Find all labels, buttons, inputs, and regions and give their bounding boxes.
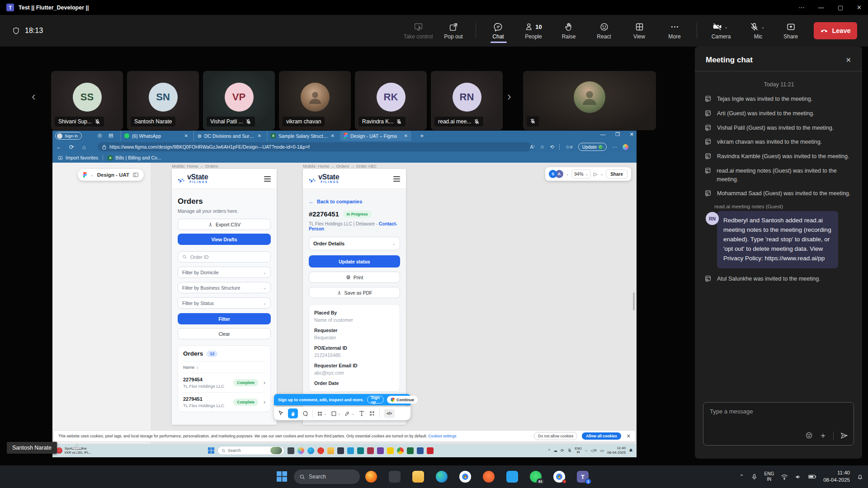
move-tool-icon[interactable] [278, 410, 284, 417]
canvas-scrollbar[interactable] [633, 292, 635, 310]
leave-button[interactable]: Leave [814, 22, 857, 39]
taskbar-icon-whatsapp[interactable]: 81 [530, 471, 542, 483]
hamburger-menu-icon[interactable] [264, 176, 271, 182]
volume-icon[interactable] [795, 474, 802, 480]
strip-scroll-right-icon[interactable]: › [507, 89, 511, 103]
figma-share-button[interactable]: Share [606, 169, 627, 178]
pinned-app-icon[interactable] [397, 447, 404, 454]
pinned-app-icon[interactable] [357, 447, 364, 454]
shape-tool-icon[interactable]: ⌄ [331, 411, 341, 417]
assets-tool-icon[interactable] [369, 410, 375, 417]
window-maximize-button[interactable]: ▢ [838, 4, 843, 11]
participant-tile-spotlight[interactable] [523, 71, 656, 130]
import-favorites-button[interactable]: Import favorites [58, 155, 98, 160]
window-more-icon[interactable]: ⋯ [799, 4, 805, 11]
mic-button[interactable]: ⌄ Mic [742, 22, 774, 40]
tab-dc-divisions[interactable]: ◍ DC Divisions and Surroundings ✕ [193, 131, 265, 141]
shared-search-box[interactable]: Search [217, 446, 284, 455]
pinned-app-icon[interactable] [317, 447, 324, 454]
present-icon[interactable]: ▷ [594, 171, 597, 177]
chat-message[interactable]: RN Redberyl and Santosh added read.ai me… [705, 211, 853, 268]
windows-start-icon[interactable] [208, 447, 214, 454]
cookie-settings-link[interactable]: Cookies settings [428, 434, 456, 438]
window-minimize-button[interactable]: — [818, 4, 824, 11]
read-aloud-icon[interactable]: A⁾ [530, 144, 534, 150]
clear-button[interactable]: Clear [178, 328, 271, 339]
browser-menu-icon[interactable]: ⋯ [612, 144, 617, 150]
taskbar-icon-file-explorer[interactable] [412, 471, 424, 483]
browser-workspaces-icon[interactable]: ◎ [98, 132, 102, 138]
sort-desc-icon[interactable]: ↓ [196, 365, 198, 370]
filter-domicile-select[interactable]: Filter by Domicile⌄ [178, 267, 271, 278]
browser-restore-button[interactable]: ❐ [615, 131, 620, 137]
chat-composer[interactable]: Type a message ＋ [703, 402, 854, 446]
zoom-level-select[interactable]: 94%⌄ [571, 169, 591, 178]
dev-mode-toggle[interactable]: </> [384, 409, 395, 418]
figma-frame-orders[interactable]: vState FILINGS Orders Manage all your or… [172, 169, 277, 425]
tray-onedrive-icon[interactable]: ☁ [553, 448, 557, 453]
tab-close-icon[interactable]: ✕ [184, 133, 188, 138]
strip-scroll-left-icon[interactable]: ‹ [32, 89, 36, 103]
shared-clock[interactable]: 11:40 08-04-2025 [607, 446, 626, 455]
chevron-right-icon[interactable]: › [264, 399, 265, 405]
order-id-search-input[interactable]: Order ID [178, 251, 271, 263]
browser-tab-actions-icon[interactable]: ▤ [108, 132, 113, 138]
signup-button[interactable]: Sign up [367, 396, 384, 404]
pinned-app-icon[interactable] [387, 447, 394, 454]
participant-tile[interactable]: VP Vishal Patil ... [203, 71, 275, 130]
order-row[interactable]: 2279454 TL Flex Holdings LLC Complete › [183, 373, 265, 392]
refresh-icon[interactable]: ⟳ [65, 144, 78, 150]
taskbar-clock[interactable]: 11:40 08-04-2025 [823, 469, 850, 483]
tray-mic-muted-icon[interactable] [567, 448, 572, 453]
participant-tile[interactable]: vikram chavan [279, 71, 351, 130]
attach-plus-icon[interactable]: ＋ [819, 430, 827, 441]
layout-panel-icon[interactable] [133, 173, 138, 177]
order-row[interactable]: 2279451 TL Flex Holdings LLC Complete › [183, 392, 265, 412]
battery-icon[interactable] [808, 474, 816, 479]
start-button[interactable] [277, 471, 287, 482]
print-button[interactable]: Print [309, 272, 400, 283]
notification-bell-icon[interactable] [857, 474, 863, 480]
browser-minimize-button[interactable]: — [600, 131, 605, 137]
camera-options-chevron[interactable]: ⌄ [724, 24, 728, 29]
emoji-icon[interactable] [805, 432, 813, 439]
window-close-button[interactable]: ✕ [857, 4, 862, 11]
tray-battery-icon[interactable]: ▭ [600, 448, 604, 453]
tab-close-icon[interactable]: ✕ [258, 133, 261, 138]
taskbar-icon-edge[interactable] [436, 471, 448, 483]
tray-mic-icon[interactable] [751, 474, 758, 480]
chat-message-list[interactable]: Today 11:21 Tejas Ingle was invited to t… [695, 71, 862, 283]
collaborator-avatar[interactable]: S [549, 170, 557, 178]
pinned-app-icon[interactable] [297, 447, 304, 454]
taskbar-icon-chrome-2[interactable] [553, 471, 565, 483]
frame-tool-icon[interactable]: ⌄ [317, 411, 327, 417]
share-button[interactable]: Share [778, 22, 804, 40]
pop-out-button[interactable]: Pop out [438, 22, 469, 40]
mic-options-chevron[interactable]: ⌄ [761, 24, 764, 29]
tab-close-icon[interactable]: ✕ [404, 133, 408, 138]
order-details-select[interactable]: Order Details ⌄ [309, 237, 400, 250]
taskbar-icon-app[interactable] [389, 471, 401, 483]
browser-signin-button[interactable]: Sign in [55, 132, 82, 140]
chevron-down-icon[interactable]: ⌄ [600, 172, 603, 176]
chevron-down-icon[interactable]: ⌄ [90, 173, 94, 177]
hand-tool-icon[interactable] [288, 408, 298, 418]
sync-icon[interactable]: ⟲ [550, 144, 554, 150]
shared-language-indicator[interactable]: ENG IN [575, 447, 582, 455]
column-name[interactable]: Name [183, 365, 194, 370]
view-drafts-button[interactable]: View Drafts [178, 234, 271, 245]
tab-salary-sheet[interactable]: X Sample Salary Structure with calc ✕ [267, 131, 338, 141]
text-tool-icon[interactable] [359, 410, 365, 417]
camera-button[interactable]: ⌄ Camera [703, 22, 739, 40]
language-indicator[interactable]: ENG IN [764, 471, 774, 483]
taskbar-icon-teams[interactable]: T 1 [577, 471, 589, 483]
new-tab-button[interactable]: ＋ [419, 132, 425, 140]
raise-hand-button[interactable]: Raise [553, 22, 585, 40]
pinned-app-icon[interactable] [288, 447, 294, 454]
pinned-app-icon[interactable] [417, 447, 424, 454]
taskbar-search-box[interactable]: Search [294, 469, 360, 484]
copilot-icon[interactable] [623, 144, 628, 150]
favorite-star-icon[interactable]: ☆ [540, 144, 544, 150]
send-icon[interactable] [840, 432, 848, 440]
back-icon[interactable]: ← [52, 144, 65, 150]
